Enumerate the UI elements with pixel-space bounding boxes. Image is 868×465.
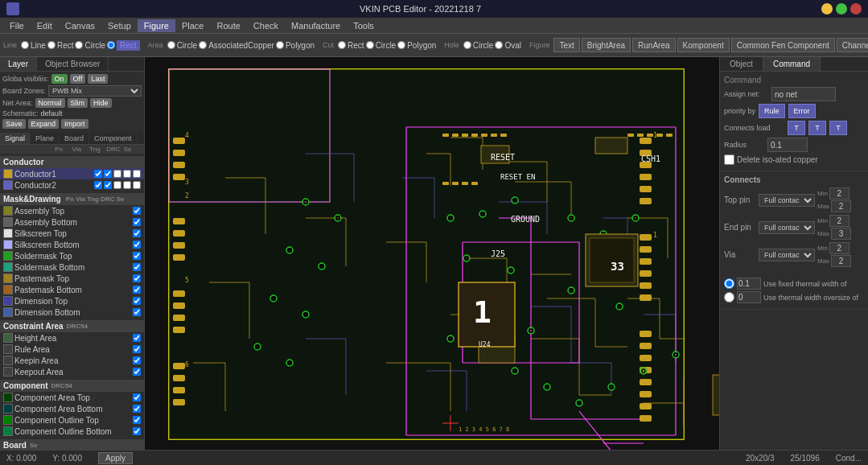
net-area-slim-btn[interactable]: Slim [68, 98, 88, 108]
connects-t3-btn[interactable]: T [829, 121, 847, 135]
assembly-bottom-check[interactable] [133, 218, 141, 226]
tool-radio-circle2[interactable]: Circle [167, 41, 198, 50]
tab-object[interactable]: Object [720, 57, 763, 71]
layer-row-component-outline-top[interactable]: Component Outline Top [0, 414, 144, 426]
menu-edit[interactable]: Edit [31, 19, 59, 32]
visibility-on-btn[interactable]: On [51, 74, 68, 84]
visibility-last-btn[interactable]: Last [88, 74, 108, 84]
tab-signal[interactable]: Signal [0, 133, 31, 144]
import-btn[interactable]: Import [61, 119, 88, 129]
top-pin-max-input[interactable] [831, 200, 851, 212]
via-type-select[interactable]: Full contact [759, 249, 815, 261]
height-area-check[interactable] [133, 334, 141, 342]
end-pin-type-select[interactable]: Full contact [759, 221, 815, 234]
connects-t2-btn[interactable]: T [808, 121, 826, 135]
menu-file[interactable]: File [3, 19, 31, 32]
dimension-top-check[interactable] [133, 297, 141, 305]
error-btn[interactable]: Error [788, 104, 816, 118]
tab-board[interactable]: Board [60, 133, 89, 144]
dimension-bottom-check[interactable] [133, 308, 141, 316]
conductor1-check[interactable] [94, 170, 102, 178]
tool-cut-rect[interactable]: Rect [338, 41, 364, 50]
radius-input[interactable] [767, 138, 808, 152]
net-area-normal-btn[interactable]: Normal [35, 98, 65, 108]
tool-channel[interactable]: Channel [837, 38, 868, 52]
end-pin-min-input[interactable] [829, 215, 849, 227]
menu-setup[interactable]: Setup [101, 19, 138, 32]
layer-row-conductor1[interactable]: Conductor1 [0, 168, 144, 179]
conductor2-se[interactable] [133, 181, 141, 189]
layer-row-component-outline-bottom[interactable]: Component Outline Bottom [0, 426, 144, 437]
conductor2-tng[interactable] [113, 181, 121, 189]
keepout-area-check[interactable] [133, 368, 141, 376]
layer-row-component-area-top[interactable]: Component Area Top [0, 392, 144, 403]
tool-text[interactable]: Text [553, 38, 579, 52]
close-button[interactable] [850, 3, 862, 14]
tab-layer[interactable]: Layer [0, 57, 37, 71]
layer-row-silkscreen-bottom[interactable]: Silkscreen Bottom [0, 239, 144, 250]
component-outline-bottom-check[interactable] [133, 427, 141, 435]
rule-btn[interactable]: Rule [759, 104, 785, 118]
tool-radio-rect[interactable]: Rect [47, 41, 74, 50]
component-area-top-check[interactable] [133, 393, 141, 401]
canvas-area[interactable]: RESET RESET EN GROUND J25 33 1 U24 LOL 3… [145, 57, 719, 450]
maximize-button[interactable] [836, 3, 847, 14]
tool-radio-rect-active[interactable]: Rect [107, 40, 140, 51]
layer-row-keepin-area[interactable]: Keepin Area [0, 355, 144, 366]
tool-cut-circle[interactable]: Circle [366, 41, 397, 50]
tool-komponent[interactable]: Komponent [677, 38, 730, 52]
menu-figure[interactable]: Figure [138, 19, 175, 32]
board-zones-select[interactable]: PWB Mix [48, 85, 142, 97]
minimize-button[interactable] [821, 3, 833, 14]
pastemask-top-check[interactable] [133, 274, 141, 282]
top-pin-type-select[interactable]: Full contact [759, 194, 815, 207]
layer-row-dimension-bottom[interactable]: Dimension Bottom [0, 307, 144, 318]
delete-isolated-check[interactable] [724, 154, 734, 165]
tool-hole-circle[interactable]: Circle [463, 41, 494, 50]
thermal-fixed-value[interactable] [737, 278, 761, 290]
pastemask-bottom-check[interactable] [133, 286, 141, 294]
layer-row-height-area[interactable]: Height Area [0, 332, 144, 344]
save-btn[interactable]: Save [2, 119, 26, 129]
soldermask-bottom-check[interactable] [133, 263, 141, 271]
assembly-top-check[interactable] [133, 207, 141, 215]
tab-plane[interactable]: Plane [31, 133, 60, 144]
via-max-input[interactable] [831, 255, 851, 267]
silkscreen-bottom-check[interactable] [133, 241, 141, 249]
tool-cut-polygon[interactable]: Polygon [397, 41, 436, 50]
tool-radio-polygon[interactable]: Polygon [276, 41, 315, 50]
layer-row-conductor2[interactable]: Conductor2 [0, 179, 144, 191]
component-outline-top-check[interactable] [133, 416, 141, 424]
layer-row-rule-area[interactable]: Rule Area [0, 344, 144, 355]
tab-component[interactable]: Component [89, 133, 138, 144]
layer-row-pastemask-bottom[interactable]: Pastemask Bottom [0, 284, 144, 295]
assign-net-input[interactable] [771, 87, 836, 101]
tool-brightarea[interactable]: BrightArea [582, 38, 631, 52]
menu-place[interactable]: Place [175, 19, 211, 32]
menu-route[interactable]: Route [210, 19, 246, 32]
keepin-area-check[interactable] [133, 356, 141, 364]
layer-row-soldermask-top[interactable]: Soldermask Top [0, 250, 144, 261]
layer-row-assembly-top[interactable]: Assembly Top [0, 205, 144, 216]
conductor1-tng[interactable] [113, 170, 121, 178]
layer-row-dimension-top[interactable]: Dimension Top [0, 295, 144, 307]
conductor2-drc[interactable] [123, 181, 131, 189]
tool-radio-line[interactable]: Line [21, 41, 46, 50]
thermal-oversize-value[interactable] [737, 291, 761, 303]
conductor-group-header[interactable]: Conductor [0, 156, 144, 168]
net-area-hide-btn[interactable]: Hide [90, 98, 112, 108]
via-min-input[interactable] [829, 242, 849, 254]
conductor2-via[interactable] [104, 181, 112, 189]
tool-common-fen[interactable]: Common Fen Component [731, 38, 835, 52]
tool-radio-assoccopper[interactable]: AssociatedCopper [199, 41, 274, 50]
connects-t1-btn[interactable]: T [788, 121, 805, 135]
thermal-oversize-radio[interactable] [724, 292, 734, 302]
tab-command[interactable]: Command [763, 57, 821, 71]
layer-row-keepout-area[interactable]: Keepout Area [0, 366, 144, 377]
apply-button[interactable]: Apply [98, 452, 133, 464]
conductor1-via[interactable] [104, 170, 112, 178]
top-pin-min-input[interactable] [829, 187, 849, 200]
end-pin-max-input[interactable] [831, 228, 851, 240]
tool-runarea[interactable]: RunArea [632, 38, 675, 52]
menu-canvas[interactable]: Canvas [59, 19, 101, 32]
